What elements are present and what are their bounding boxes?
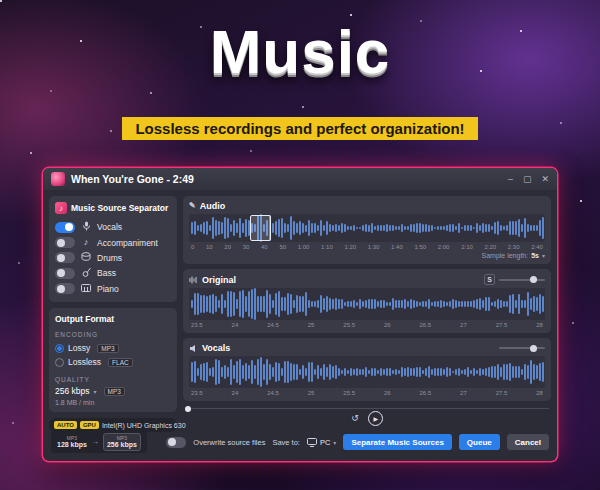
stem-row-drums: Drums — [55, 250, 171, 265]
radio-selected-icon — [55, 344, 64, 353]
promo-page: Music Lossless recordings and perfect or… — [0, 0, 600, 490]
original-waveform[interactable] — [189, 288, 545, 320]
music-source-separator-icon: ♪ — [55, 202, 67, 214]
stem-label: Bass — [97, 268, 116, 278]
bass-toggle[interactable] — [55, 268, 75, 279]
encoding-option-lossy[interactable]: Lossy MP3 — [55, 341, 171, 355]
cancel-button[interactable]: Cancel — [507, 434, 549, 450]
conversion-to: MP3 256 kbps — [103, 433, 141, 451]
sidebar: ♪ Music Source Separator Vocals ♪ Accom — [49, 196, 177, 422]
conversion-from: MP3 128 kbps — [57, 435, 87, 449]
stem-row-bass: Bass — [55, 265, 171, 281]
radio-icon — [55, 358, 64, 367]
bitrate-size-info: 1.8 MB / min — [55, 399, 171, 406]
original-volume-slider[interactable] — [499, 279, 545, 281]
bass-guitar-icon — [80, 267, 92, 279]
quality-value: 256 kbps — [55, 386, 90, 396]
stem-row-accompaniment: ♪ Accompaniment — [55, 235, 171, 250]
sample-length-label: Sample length: — [481, 252, 528, 259]
accompaniment-toggle[interactable] — [55, 237, 75, 248]
chevron-down-icon: ▾ — [542, 252, 545, 259]
loop-icon[interactable]: ↺ — [351, 414, 359, 423]
sample-length-row: Sample length: 5s ▾ — [189, 252, 545, 259]
audio-panel-title: Audio — [200, 201, 226, 211]
overwrite-label: Overwrite source files — [193, 438, 265, 447]
drums-toggle[interactable] — [55, 252, 75, 263]
quality-section-label: QUALITY — [55, 376, 171, 383]
bitrate-conversion-badge: MP3 128 kbps → MP3 256 kbps — [51, 431, 147, 453]
stem-label: Piano — [97, 284, 119, 294]
stem-label: Vocals — [97, 222, 122, 232]
original-panel-header: Original S — [189, 274, 545, 285]
waveform-bars — [189, 214, 545, 242]
vocals-toggle[interactable] — [55, 222, 75, 233]
music-note-icon: ♪ — [80, 238, 92, 247]
play-icon: ▶ — [373, 415, 378, 422]
drum-icon — [80, 252, 92, 263]
vocals-time-ruler: 23.52424.52525.52626.52727.528 — [189, 390, 545, 396]
queue-button[interactable]: Queue — [459, 434, 500, 450]
output-format-card: Output Format ENCODING Lossy MP3 Lossles… — [49, 308, 177, 412]
format-badge: FLAC — [108, 358, 133, 367]
footer-actions: Overwrite source files Save to: PC ▾ Sep… — [166, 434, 549, 450]
arrow-right-icon: → — [91, 437, 99, 446]
save-destination-dropdown[interactable]: PC ▾ — [307, 438, 336, 447]
vocals-volume-slider[interactable] — [499, 347, 545, 349]
footer-bar: MP3 128 kbps → MP3 256 kbps Overwrite so… — [43, 428, 557, 461]
minimize-icon[interactable]: – — [508, 174, 513, 184]
save-to-label: Save to: — [272, 438, 300, 447]
sample-selection-box[interactable] — [250, 215, 272, 241]
waveform-bars — [189, 356, 545, 388]
window-title: When You're Gone - 2:49 — [71, 173, 194, 185]
format-badge: MP3 — [104, 387, 125, 396]
waveform-bars — [189, 288, 545, 320]
piano-icon — [80, 284, 92, 294]
waveform-icon — [189, 276, 198, 284]
original-panel: Original S 23.52424.52525.52626.52727.52… — [183, 269, 551, 333]
overwrite-toggle[interactable] — [166, 437, 186, 448]
encoding-section-label: ENCODING — [55, 331, 171, 338]
source-separator-title: Music Source Separator — [71, 203, 168, 213]
stem-label: Accompaniment — [97, 238, 158, 248]
app-window: When You're Gone - 2:49 – ▢ ✕ ♪ Music So… — [43, 168, 557, 461]
save-destination-value: PC — [320, 438, 330, 447]
vocals-panel: Vocals 23.52424.52525.52626.52727.528 — [183, 338, 551, 401]
to-bitrate: 256 kbps — [107, 441, 137, 449]
sample-length-value[interactable]: 5s — [531, 252, 539, 259]
vocals-panel-title: Vocals — [202, 343, 230, 353]
close-icon[interactable]: ✕ — [541, 174, 549, 184]
original-panel-title: Original — [202, 275, 236, 285]
stem-row-piano: Piano — [55, 281, 171, 296]
window-titlebar: When You're Gone - 2:49 – ▢ ✕ — [43, 168, 557, 190]
speaker-icon — [189, 344, 198, 353]
maximize-icon[interactable]: ▢ — [523, 174, 532, 184]
hero-title: Music — [0, 16, 600, 87]
transport-controls: ↺ ▶ — [183, 411, 551, 426]
chevron-down-icon: ▾ — [333, 439, 336, 446]
play-button[interactable]: ▶ — [368, 411, 383, 426]
album-art-thumbnail — [51, 172, 65, 186]
source-separator-card: ♪ Music Source Separator Vocals ♪ Accom — [49, 196, 177, 302]
quality-dropdown[interactable]: 256 kbps ▾ MP3 — [55, 386, 171, 396]
window-body: ♪ Music Source Separator Vocals ♪ Accom — [43, 190, 557, 428]
audio-waveform[interactable] — [189, 214, 545, 242]
scrollbar-handle[interactable] — [185, 406, 191, 412]
audio-panel-header: ✎ Audio — [189, 201, 545, 211]
from-bitrate: 128 kbps — [57, 441, 87, 449]
solo-button[interactable]: S — [484, 274, 495, 285]
audio-time-ruler: 010203040501:001:101:201:301:401:502:002… — [189, 244, 545, 250]
original-time-ruler: 23.52424.52525.52626.52727.528 — [189, 322, 545, 328]
piano-toggle[interactable] — [55, 283, 75, 294]
vocals-waveform[interactable] — [189, 356, 545, 388]
chevron-down-icon: ▾ — [94, 388, 97, 395]
separate-music-sources-button[interactable]: Separate Music Sources — [343, 434, 451, 450]
audio-panel: ✎ Audio 010203040501:001:101:201:301:401… — [183, 196, 551, 264]
stem-row-vocals: Vocals — [55, 219, 171, 235]
encoding-option-lossless[interactable]: Lossless FLAC — [55, 355, 171, 369]
stem-label: Drums — [97, 253, 122, 263]
output-format-header: Output Format — [55, 314, 171, 324]
microphone-icon — [80, 221, 92, 233]
encoding-option-label: Lossy — [68, 343, 90, 353]
window-controls: – ▢ ✕ — [508, 174, 549, 184]
encoding-option-label: Lossless — [68, 357, 101, 367]
